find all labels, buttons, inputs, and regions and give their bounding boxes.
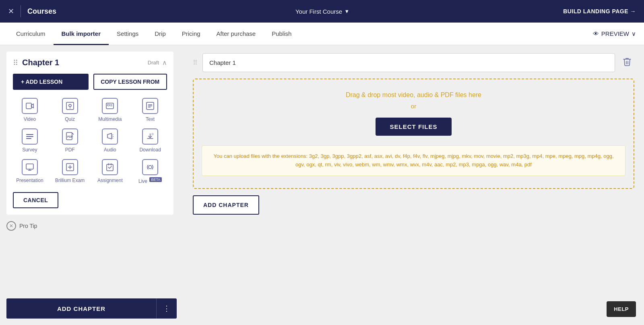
left-bottom-bar: ADD CHAPTER ⋮: [6, 298, 177, 319]
left-panel: ⠿ Chapter 1 Draft ∧ + ADD LESSON COPY LE…: [0, 45, 183, 325]
live-label: Live BETA: [138, 178, 162, 184]
svg-text:PDF: PDF: [67, 135, 73, 138]
multimedia-icon: [102, 98, 118, 114]
drop-zone-text: Drag & drop most video, audio & PDF file…: [202, 91, 625, 99]
tab-settings[interactable]: Settings: [109, 23, 147, 45]
quiz-label: Quiz: [65, 116, 75, 122]
tab-publish[interactable]: Publish: [264, 23, 299, 45]
chapter-title: Chapter 1: [22, 58, 148, 67]
lesson-types-grid: Video Quiz Multimedia: [13, 98, 167, 184]
lesson-type-assignment[interactable]: Assignment: [93, 159, 127, 184]
lesson-type-video[interactable]: Video: [13, 98, 47, 122]
extensions-info: You can upload files with the extensions…: [202, 145, 625, 176]
lesson-type-pdf[interactable]: PDF PDF: [53, 128, 87, 153]
lesson-actions: + ADD LESSON COPY LESSON FROM: [13, 74, 167, 90]
add-chapter-main-button[interactable]: ADD CHAPTER: [6, 298, 156, 319]
tab-drip[interactable]: Drip: [147, 23, 174, 45]
chapter-header: ⠿ Chapter 1 Draft ∧: [13, 58, 167, 67]
presentation-icon: [22, 159, 38, 175]
chapter-card: ⠿ Chapter 1 Draft ∧ + ADD LESSON COPY LE…: [6, 52, 173, 215]
brillium-exam-label: Brillium Exam: [55, 178, 85, 183]
select-files-button[interactable]: SELECT FILES: [376, 118, 452, 136]
drop-zone-or: or: [202, 103, 625, 110]
svg-point-2: [69, 104, 71, 107]
chapter-collapse-button[interactable]: ∧: [162, 59, 167, 66]
svg-rect-11: [26, 134, 33, 135]
svg-rect-13: [26, 138, 31, 139]
quiz-icon: [62, 98, 78, 114]
lesson-type-audio[interactable]: Audio: [93, 128, 127, 153]
brillium-exam-icon: [62, 159, 78, 175]
svg-rect-21: [26, 164, 33, 169]
text-icon: [142, 98, 158, 114]
preview-button[interactable]: 👁 PREVIEW ∨: [593, 30, 636, 37]
right-panel: ⠿ Drag & drop most video, audio & PDF fi…: [183, 45, 644, 325]
lesson-type-download[interactable]: Download: [133, 128, 167, 153]
pro-tip-icon: ✕: [6, 221, 16, 231]
lesson-type-multimedia[interactable]: Multimedia: [93, 98, 127, 122]
svg-rect-0: [26, 103, 31, 109]
video-label: Video: [24, 116, 36, 122]
svg-rect-4: [107, 104, 109, 106]
more-options-button[interactable]: ⋮: [156, 298, 177, 319]
tab-after-purchase[interactable]: After purchase: [208, 23, 264, 45]
lesson-type-quiz[interactable]: Quiz: [53, 98, 87, 122]
main-layout: ⠿ Chapter 1 Draft ∧ + ADD LESSON COPY LE…: [0, 45, 644, 325]
close-button[interactable]: ✕: [8, 7, 14, 16]
audio-icon: [102, 128, 118, 145]
course-name: Your First Course: [295, 8, 342, 15]
pdf-label: PDF: [65, 147, 75, 153]
topbar: ✕ Courses Your First Course ▾ BUILD LAND…: [0, 0, 644, 23]
nav-tabs: Curriculum Bulk importer Settings Drip P…: [0, 23, 644, 45]
svg-rect-12: [26, 136, 33, 137]
pro-tip: ✕ Pro Tip: [0, 215, 180, 237]
add-chapter-right-button[interactable]: ADD CHAPTER: [193, 195, 259, 215]
trash-icon: [623, 57, 631, 66]
download-icon: [142, 128, 158, 145]
svg-line-19: [112, 138, 113, 139]
drop-zone[interactable]: Drag & drop most video, audio & PDF file…: [193, 79, 634, 189]
survey-label: Survey: [22, 147, 37, 153]
svg-point-20: [151, 133, 154, 135]
topbar-divider: [21, 5, 21, 17]
live-icon: [142, 159, 158, 175]
add-lesson-button[interactable]: + ADD LESSON: [13, 74, 89, 90]
multimedia-label: Multimedia: [98, 116, 122, 122]
pdf-icon: PDF: [62, 128, 78, 145]
lesson-type-presentation[interactable]: Presentation: [13, 159, 47, 184]
chapter-name-input[interactable]: [202, 53, 615, 72]
topbar-title: Courses: [27, 7, 56, 16]
lesson-type-text[interactable]: Text: [133, 98, 167, 122]
chapter-right-drag-handle[interactable]: ⠿: [193, 59, 198, 66]
chapter-drag-handle[interactable]: ⠿: [13, 58, 18, 67]
video-icon: [22, 98, 38, 114]
assignment-label: Assignment: [97, 178, 123, 183]
preview-label: PREVIEW: [601, 30, 629, 37]
lesson-type-live[interactable]: Live BETA: [133, 159, 167, 184]
preview-icon: 👁: [593, 30, 599, 37]
audio-label: Audio: [104, 147, 116, 153]
assignment-icon: [102, 159, 118, 175]
tab-curriculum[interactable]: Curriculum: [8, 23, 54, 45]
delete-chapter-button[interactable]: [620, 56, 634, 70]
copy-lesson-button[interactable]: COPY LESSON FROM: [93, 74, 167, 90]
svg-line-17: [112, 135, 113, 135]
preview-arrow: ∨: [632, 30, 636, 37]
cancel-button[interactable]: CANCEL: [13, 192, 58, 208]
download-label: Download: [139, 147, 161, 153]
lesson-type-survey[interactable]: Survey: [13, 128, 47, 153]
course-selector[interactable]: Your First Course ▾: [295, 8, 349, 15]
svg-point-26: [149, 166, 152, 169]
text-label: Text: [146, 116, 155, 122]
presentation-label: Presentation: [16, 178, 43, 183]
build-landing-page-button[interactable]: BUILD LANDING PAGE →: [563, 8, 636, 14]
tab-pricing[interactable]: Pricing: [174, 23, 208, 45]
lesson-type-brillium-exam[interactable]: Brillium Exam: [53, 159, 87, 184]
pro-tip-label: Pro Tip: [19, 223, 37, 229]
course-dropdown-arrow: ▾: [345, 8, 349, 15]
svg-marker-16: [107, 133, 111, 139]
chapter-status: Draft: [148, 60, 159, 66]
survey-icon: [22, 128, 38, 145]
tab-bulk-importer[interactable]: Bulk importer: [54, 23, 109, 45]
help-button[interactable]: HELP: [607, 301, 636, 317]
